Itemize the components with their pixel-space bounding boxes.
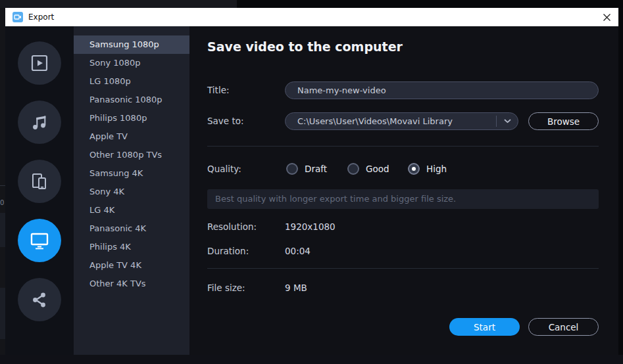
duration-label: Duration: [207,245,249,257]
save-to-label: Save to: [207,112,244,130]
radio-checked-icon[interactable] [408,163,420,175]
save-to-path: C:\Users\User\Videos\Movavi Library [286,113,496,129]
cancel-button[interactable]: Cancel [528,318,599,336]
desktop-background-strip-dark [237,0,623,8]
editor-background-band [0,213,5,247]
tv-monitor-icon [29,230,50,251]
preset-item-samsung-4k[interactable]: Samsung 4K [74,164,189,183]
title-input[interactable] [285,81,599,99]
export-category-bar [5,26,74,355]
preset-list: Samsung 1080p Sony 1080p LG 1080p Panaso… [74,26,189,355]
preset-item-other-1080p-tvs[interactable]: Other 1080p TVs [74,146,189,164]
page-title: Save video to the computer [207,39,403,54]
preset-item-philips-4k[interactable]: Philips 4K [74,238,189,256]
preset-item-lg-4k[interactable]: LG 4K [74,201,189,219]
category-video-file-button[interactable] [18,41,61,85]
editor-background-band [0,288,5,339]
section-divider [207,268,599,269]
quality-label: Quality: [207,163,241,175]
section-divider [207,146,599,147]
video-file-icon [30,53,49,73]
file-size-label: File size: [207,282,245,294]
dialog-titlebar[interactable]: Export [5,8,618,26]
save-to-dropdown[interactable]: C:\Users\User\Videos\Movavi Library [285,112,518,130]
title-label: Title: [207,81,229,99]
desktop-background-bottom [0,355,623,364]
quality-radio-good[interactable]: Good [347,163,389,175]
export-dialog: Export [5,8,618,355]
music-note-icon [30,112,49,132]
video-camera-icon [12,12,23,22]
duration-value: 00:04 [285,245,311,257]
preset-item-other-4k-tvs[interactable]: Other 4K TVs [74,275,189,293]
editor-background-sliver: 0 [0,8,5,355]
category-tv-button[interactable] [18,219,61,262]
preset-item-sony-4k[interactable]: Sony 4K [74,183,189,201]
preset-item-panasonic-4k[interactable]: Panasonic 4K [74,219,189,238]
radio-icon[interactable] [286,163,298,175]
close-icon[interactable] [601,12,612,22]
desktop-background-right [618,8,623,364]
start-button[interactable]: Start [449,318,520,336]
preset-item-panasonic-1080p[interactable]: Panasonic 1080p [74,91,189,109]
category-share-button[interactable] [18,278,61,321]
preset-item-apple-tv[interactable]: Apple TV [74,127,189,146]
file-size-value: 9 MB [285,282,307,294]
mobile-devices-icon [30,171,49,191]
category-audio-file-button[interactable] [18,101,61,144]
chevron-down-icon[interactable] [497,119,518,124]
preset-item-sony-1080p[interactable]: Sony 1080p [74,54,189,72]
radio-icon[interactable] [347,163,359,175]
dialog-title: Export [28,12,54,22]
timeline-ruler-fragment: 0 [0,199,5,207]
export-settings-pane: Save video to the computer Title: Save t… [189,26,618,355]
desktop-background-strip [0,0,237,8]
resolution-label: Resolution: [207,221,257,233]
editor-background-divider [0,185,5,186]
preset-item-lg-1080p[interactable]: LG 1080p [74,72,189,91]
preset-item-philips-1080p[interactable]: Philips 1080p [74,109,189,127]
preset-item-apple-tv-4k[interactable]: Apple TV 4K [74,256,189,275]
browse-button[interactable]: Browse [528,112,599,130]
share-icon [30,290,49,309]
quality-radio-draft[interactable]: Draft [286,163,327,175]
resolution-value: 1920x1080 [285,221,336,233]
preset-item-samsung-1080p[interactable]: Samsung 1080p [74,35,189,54]
quality-hint: Best quality with longer export time and… [207,189,599,209]
quality-radio-high[interactable]: High [408,163,447,175]
category-mobile-devices-button[interactable] [18,160,61,203]
